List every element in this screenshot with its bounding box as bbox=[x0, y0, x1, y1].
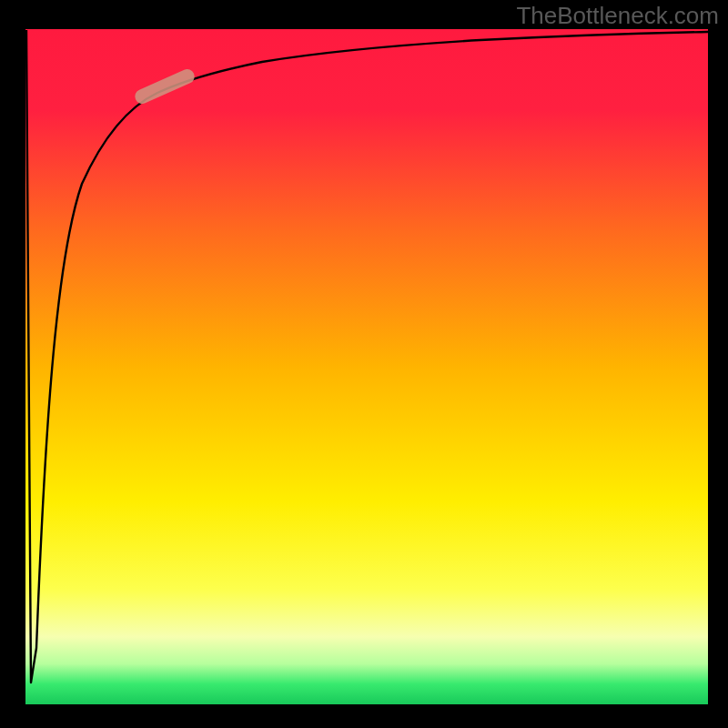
attribution-label: TheBottleneck.com bbox=[516, 2, 719, 30]
chart-frame: TheBottleneck.com bbox=[0, 0, 728, 728]
plot-area bbox=[25, 29, 708, 704]
curve-marker bbox=[133, 66, 197, 106]
bottleneck-curve bbox=[26, 30, 708, 682]
curve-layer bbox=[25, 29, 708, 704]
